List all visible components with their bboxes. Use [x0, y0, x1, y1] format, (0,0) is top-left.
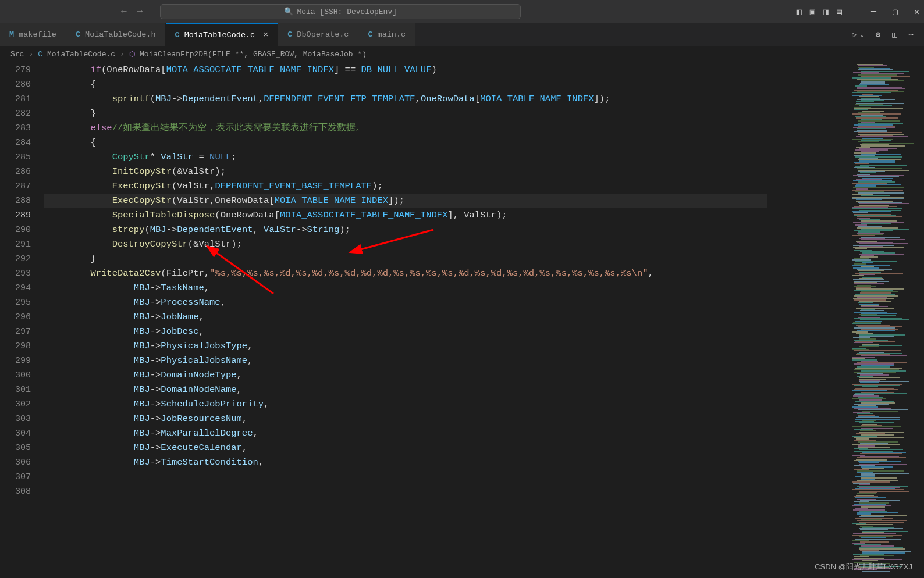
toggle-primary-sidebar-icon[interactable]: ◧	[797, 6, 802, 17]
tab-label: DbOperate.c	[297, 30, 349, 39]
close-icon[interactable]: ✕	[914, 6, 919, 17]
watermark: CSDN @阳光九叶草LXGZXJ	[815, 562, 912, 572]
search-input[interactable]: 🔍 Moia [SSH: DevelopEnv]	[160, 4, 521, 19]
file-icon: C	[287, 30, 292, 39]
tab-makefile[interactable]: Mmakefile	[0, 23, 66, 46]
window-controls: — ▢ ✕	[871, 6, 919, 17]
search-icon: 🔍	[284, 7, 293, 16]
symbol-method-icon: ⬡	[129, 50, 135, 59]
file-icon: C	[76, 30, 80, 39]
tab-MoiaTableCode-h[interactable]: CMoiaTableCode.h	[66, 23, 166, 46]
nav-forward-icon[interactable]: →	[137, 6, 143, 17]
tab-label: MoiaTableCode.c	[184, 31, 255, 40]
search-text: Moia [SSH: DevelopEnv]	[297, 8, 397, 16]
minimize-icon[interactable]: —	[871, 6, 876, 17]
breadcrumb-file[interactable]: MoiaTableCode.c	[47, 50, 115, 59]
more-actions-icon[interactable]: ⋯	[909, 30, 914, 40]
file-icon: C	[38, 50, 42, 59]
breadcrumb-folder[interactable]: Src	[10, 50, 24, 59]
maximize-icon[interactable]: ▢	[893, 6, 898, 17]
file-icon: C	[175, 31, 180, 40]
file-icon: C	[368, 30, 372, 39]
tab-DbOperate-c[interactable]: CDbOperate.c	[278, 23, 358, 46]
nav-back-icon[interactable]: ←	[121, 6, 127, 17]
tab-label: main.c	[378, 30, 406, 39]
split-editor-icon[interactable]: ◫	[892, 30, 897, 40]
titlebar: ← → 🔍 Moia [SSH: DevelopEnv] ◧ ▣ ◨ ▤ — ▢…	[0, 0, 924, 23]
code-area[interactable]: if(OneRowData[MOIA_ASSOCIATE_TABLE_NAME_…	[44, 62, 848, 578]
close-icon[interactable]: ×	[263, 30, 268, 40]
line-gutter: 2792802812822832842852862872882892902912…	[0, 62, 44, 578]
run-dropdown-icon[interactable]: ⌄	[861, 31, 864, 38]
file-icon: M	[9, 30, 14, 39]
tab-actions: ▷ ⌄ ⚙ ◫ ⋯	[852, 23, 924, 46]
tab-label: makefile	[19, 30, 56, 39]
chevron-right-icon: ›	[29, 50, 33, 59]
toggle-secondary-sidebar-icon[interactable]: ◨	[823, 6, 829, 17]
chevron-right-icon: ›	[120, 50, 125, 59]
minimap[interactable]	[848, 62, 924, 578]
tab-MoiaTableCode-c[interactable]: CMoiaTableCode.c×	[166, 23, 279, 46]
run-icon[interactable]: ▷	[852, 30, 857, 40]
customize-layout-icon[interactable]: ▤	[837, 6, 842, 17]
editor: 2792802812822832842852862872882892902912…	[0, 62, 924, 578]
tab-main-c[interactable]: Cmain.c	[358, 23, 415, 46]
breadcrumb-symbol[interactable]: MoiaCleanFtp2DB(FILE **, GBASE_ROW, Moia…	[140, 50, 367, 59]
tabs-bar: MmakefileCMoiaTableCode.hCMoiaTableCode.…	[0, 23, 924, 47]
layout-icons: ◧ ▣ ◨ ▤	[797, 6, 842, 17]
breadcrumb[interactable]: Src › C MoiaTableCode.c › ⬡ MoiaCleanFtp…	[0, 47, 924, 62]
toggle-panel-icon[interactable]: ▣	[810, 6, 815, 17]
tab-label: MoiaTableCode.h	[85, 30, 156, 39]
settings-icon[interactable]: ⚙	[876, 30, 880, 40]
